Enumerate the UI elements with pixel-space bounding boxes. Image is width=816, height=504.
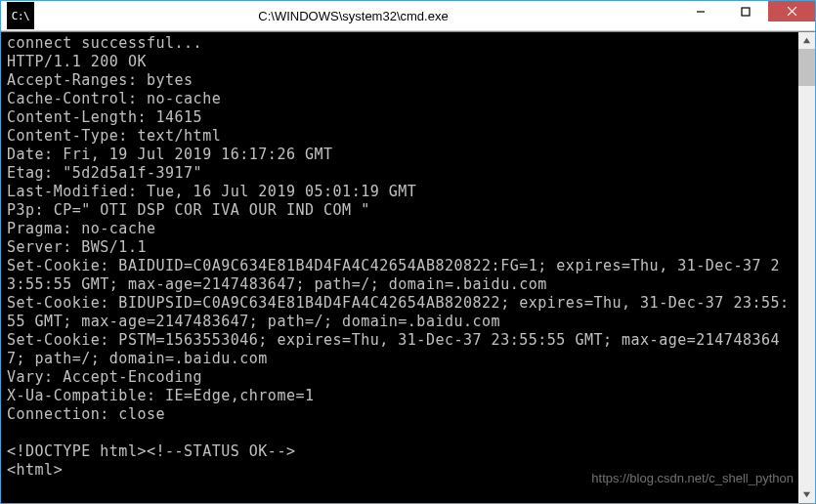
svg-marker-4 [803, 38, 810, 43]
terminal-output[interactable]: connect successful... HTTP/1.1 200 OK Ac… [1, 32, 798, 503]
scroll-up-button[interactable] [798, 32, 815, 49]
svg-marker-5 [803, 492, 810, 497]
window-controls [678, 1, 815, 30]
maximize-button[interactable] [723, 1, 768, 21]
window-icon[interactable]: C:\ [7, 2, 34, 29]
titlebar[interactable]: C:\ C:\WINDOWS\system32\cmd.exe [1, 1, 815, 31]
scrollbar-track[interactable] [798, 49, 815, 486]
terminal-area: connect successful... HTTP/1.1 200 OK Ac… [1, 31, 815, 503]
minimize-button[interactable] [678, 1, 723, 21]
scroll-down-button[interactable] [798, 486, 815, 503]
scrollbar-thumb[interactable] [798, 49, 815, 86]
close-button[interactable] [768, 1, 815, 21]
vertical-scrollbar[interactable] [798, 32, 815, 503]
window-title: C:\WINDOWS\system32\cmd.exe [38, 9, 678, 23]
svg-rect-1 [742, 8, 750, 16]
window-icon-label: C:\ [12, 11, 29, 21]
